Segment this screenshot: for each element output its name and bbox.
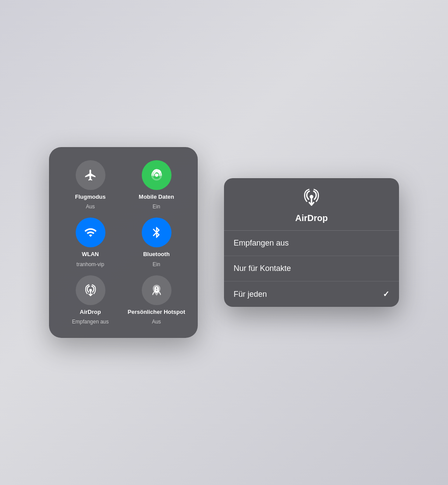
main-container: Flugmodus Aus Mobile Daten Ein <box>0 0 448 485</box>
airdrop-popup: AirDrop Empfangen aus Nur für Kontakte F… <box>224 178 399 307</box>
hotspot-label: Persönlicher Hotspot <box>128 309 185 316</box>
bluetooth-icon <box>150 226 163 239</box>
flugmodus-label: Flugmodus <box>75 193 105 200</box>
mobile-daten-item[interactable]: Mobile Daten Ein <box>127 160 186 210</box>
airdrop-cc-icon-circle <box>76 275 105 305</box>
airdrop-popup-icon <box>303 189 320 210</box>
airplane-icon <box>84 169 97 182</box>
airdrop-cc-icon <box>84 284 97 297</box>
bluetooth-item[interactable]: Bluetooth Ein <box>127 218 186 267</box>
wlan-sublabel: tranhom-vip <box>77 261 104 267</box>
flugmodus-sublabel: Aus <box>86 204 95 210</box>
mobile-daten-label: Mobile Daten <box>139 193 174 200</box>
bluetooth-label: Bluetooth <box>143 251 170 258</box>
hotspot-icon-circle <box>142 275 172 305</box>
hotspot-sublabel: Aus <box>152 319 161 325</box>
signal-icon <box>150 169 163 182</box>
airdrop-option-fuer-jeden[interactable]: Für jeden ✓ <box>224 281 399 307</box>
flugmodus-icon-circle <box>76 160 105 190</box>
svg-point-7 <box>156 287 157 288</box>
wlan-label: WLAN <box>82 251 99 258</box>
airdrop-option-empfangen-aus[interactable]: Empfangen aus <box>224 231 399 256</box>
control-center-panel: Flugmodus Aus Mobile Daten Ein <box>49 147 198 338</box>
hotspot-item[interactable]: Persönlicher Hotspot Aus <box>127 275 186 325</box>
airdrop-option-nur-fuer-kontakte[interactable]: Nur für Kontakte <box>224 256 399 281</box>
airdrop-popup-header: AirDrop <box>224 178 399 230</box>
svg-point-1 <box>155 173 158 176</box>
airdrop-option-fuer-jeden-label: Für jeden <box>234 290 267 299</box>
airdrop-popup-title: AirDrop <box>295 213 328 223</box>
airdrop-cc-sublabel: Empfangen aus <box>72 319 108 325</box>
bluetooth-icon-circle <box>142 218 172 247</box>
airdrop-option-empfangen-aus-label: Empfangen aus <box>234 239 289 248</box>
mobile-daten-icon-circle <box>142 160 172 190</box>
airdrop-cc-item[interactable]: AirDrop Empfangen aus <box>61 275 119 325</box>
wlan-item[interactable]: WLAN tranhom-vip <box>61 218 119 267</box>
bluetooth-sublabel: Ein <box>153 261 160 267</box>
airdrop-selected-checkmark: ✓ <box>383 289 389 299</box>
airdrop-popup-svg-icon <box>303 189 320 206</box>
wifi-icon <box>84 226 97 239</box>
mobile-daten-sublabel: Ein <box>153 204 160 210</box>
hotspot-icon <box>150 284 163 297</box>
airdrop-cc-label: AirDrop <box>80 309 101 316</box>
wlan-icon-circle <box>76 218 105 247</box>
flugmodus-item[interactable]: Flugmodus Aus <box>61 160 119 210</box>
airdrop-option-nur-fuer-kontakte-label: Nur für Kontakte <box>234 264 291 273</box>
